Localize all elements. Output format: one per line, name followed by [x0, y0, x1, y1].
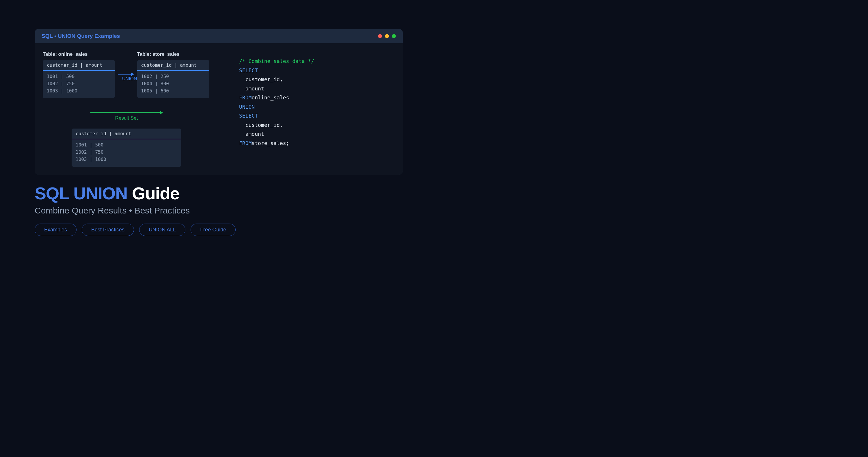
editor-window: SQL • UNION Query Examples Table: online… [35, 29, 403, 175]
hero-section: SQL UNION Guide Combine Query Results • … [35, 183, 833, 236]
hero-title-white: Guide [132, 184, 179, 203]
table-rows-right: 1002 | 250 1004 | 800 1005 | 600 [137, 71, 209, 98]
code-comment: /* Combine sales data */ [239, 57, 395, 66]
code-col-1b: amount [245, 86, 264, 92]
code-union: UNION [239, 102, 395, 112]
best-practices-button[interactable]: Best Practices [82, 223, 134, 236]
union-all-button[interactable]: UNION ALL [139, 223, 185, 236]
examples-button[interactable]: Examples [35, 223, 76, 236]
window-body: Table: online_sales customer_id | amount… [35, 43, 403, 175]
code-col-2a: customer_id, [245, 122, 283, 128]
code-col-2b: amount [245, 131, 264, 137]
result-arrow-wrap: Result Set [90, 112, 162, 121]
demo-panel: Table: online_sales customer_id | amount… [43, 52, 210, 167]
title-bullet: • [54, 33, 56, 39]
close-icon[interactable] [378, 34, 382, 38]
code-from-1-id: online_sales [251, 94, 289, 100]
table-title-right: Table: store_sales [137, 52, 209, 57]
window-title: SQL • UNION Query Examples [41, 33, 120, 39]
code-from-1-kw: FROM [239, 94, 251, 100]
title-rest: UNION Query Examples [58, 33, 120, 39]
code-select-1: SELECT [239, 66, 395, 75]
source-tables-row: Table: online_sales customer_id | amount… [43, 52, 210, 98]
table-online-sales: Table: online_sales customer_id | amount… [43, 52, 115, 98]
pill-row: Examples Best Practices UNION ALL Free G… [35, 223, 833, 236]
page-title: SQL UNION Guide [35, 183, 833, 203]
minimize-icon[interactable] [385, 34, 389, 38]
code-from-2-id: store_sales; [251, 140, 289, 146]
maximize-icon[interactable] [392, 34, 396, 38]
free-guide-button[interactable]: Free Guide [191, 223, 236, 236]
hero-subtitle: Combine Query Results • Best Practices [35, 206, 833, 215]
table-header-right: customer_id | amount [137, 60, 209, 71]
window-titlebar: SQL • UNION Query Examples [35, 29, 403, 43]
table-title-left: Table: online_sales [43, 52, 115, 57]
result-table: customer_id | amount 1001 | 500 1002 | 7… [72, 128, 181, 166]
result-section: Result Set customer_id | amount 1001 | 5… [43, 109, 210, 166]
union-arrow-block: UNION [126, 74, 137, 82]
hero-title-blue: SQL UNION [35, 184, 127, 203]
table-box-right: customer_id | amount 1002 | 250 1004 | 8… [137, 60, 209, 98]
title-sql: SQL [41, 33, 53, 39]
code-col-1a: customer_id, [245, 76, 283, 82]
result-set-label: Result Set [115, 115, 138, 121]
sql-code-panel: /* Combine sales data */ SELECT customer… [239, 52, 395, 167]
table-header-left: customer_id | amount [43, 60, 115, 71]
arrow-right-icon [118, 74, 134, 74]
result-header: customer_id | amount [72, 128, 181, 139]
arrow-right-green-icon [90, 112, 162, 113]
result-rows: 1001 | 500 1002 | 750 1003 | 1000 [72, 139, 181, 166]
table-box-left: customer_id | amount 1001 | 500 1002 | 7… [43, 60, 115, 98]
traffic-lights [378, 34, 396, 38]
table-rows-left: 1001 | 500 1002 | 750 1003 | 1000 [43, 71, 115, 98]
union-label: UNION [122, 76, 137, 82]
code-from-2-kw: FROM [239, 140, 251, 146]
code-select-2: SELECT [239, 111, 395, 120]
table-store-sales: Table: store_sales customer_id | amount … [137, 52, 209, 98]
